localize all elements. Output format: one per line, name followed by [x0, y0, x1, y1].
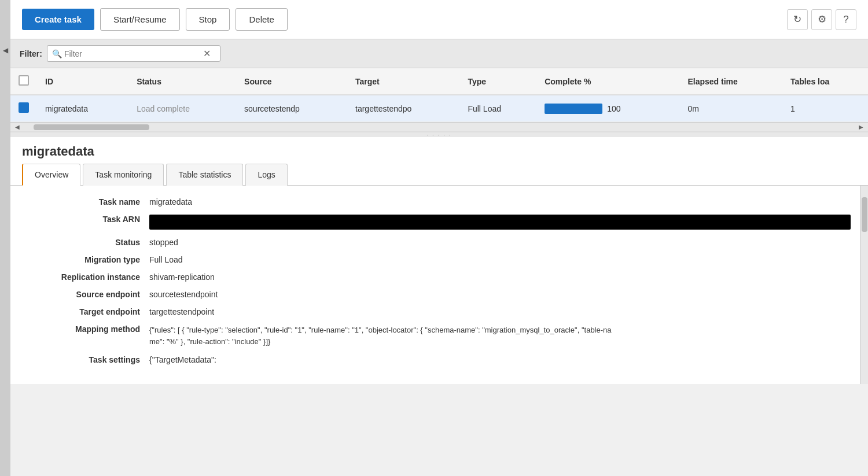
mapping-method-row: Mapping method {"rules": [ { "rule-type"… — [34, 324, 851, 347]
migration-type-value: Full Load — [149, 255, 851, 264]
cell-status: Load complete — [128, 95, 236, 122]
replication-instance-label: Replication instance — [34, 272, 149, 282]
scrollbar-v-thumb[interactable] — [862, 197, 867, 232]
progress-value: 100 — [607, 104, 620, 113]
cell-elapsed: 0m — [679, 95, 782, 122]
target-endpoint-label: Target endpoint — [34, 307, 149, 316]
sidebar-toggle[interactable]: ◀ — [0, 0, 10, 476]
stop-button[interactable]: Stop — [186, 8, 230, 31]
header-checkbox-cell[interactable] — [10, 68, 37, 95]
target-endpoint-value: targettestendpoint — [149, 307, 851, 316]
task-settings-row: Task settings {"TargetMetadata": — [34, 355, 851, 364]
col-header-elapsed: Elapsed time — [679, 68, 782, 95]
settings-icon: ⚙ — [818, 13, 826, 25]
tasks-table-wrapper: ID Status Source Target Type Complete % … — [10, 68, 868, 122]
task-arn-row: Task ARN — [34, 215, 851, 230]
target-endpoint-row: Target endpoint targettestendpoint — [34, 307, 851, 316]
col-header-id: ID — [37, 68, 128, 95]
help-icon: ? — [843, 14, 848, 25]
scroll-right-arrow[interactable]: ▶ — [856, 124, 866, 130]
col-header-type: Type — [459, 68, 536, 95]
col-header-source: Source — [236, 68, 347, 95]
task-settings-value: {"TargetMetadata": — [149, 355, 851, 364]
col-header-complete: Complete % — [536, 68, 679, 95]
detail-title: migratedata — [10, 137, 868, 159]
tab-table-statistics[interactable]: Table statistics — [166, 164, 243, 186]
status-value: stopped — [149, 238, 851, 247]
create-task-button[interactable]: Create task — [22, 9, 94, 30]
task-arn-value — [149, 215, 851, 230]
filter-bar: Filter: 🔍 ✕ — [10, 39, 868, 68]
migration-type-row: Migration type Full Load — [34, 255, 851, 264]
cell-source: sourcetestendp — [236, 95, 347, 122]
filter-clear-button[interactable]: ✕ — [203, 48, 211, 59]
row-checkbox-cell[interactable] — [10, 95, 37, 122]
refresh-button[interactable]: ↻ — [787, 9, 808, 30]
detail-content: Task name migratedata Task ARN Status st… — [10, 186, 868, 384]
detail-panel: · · · · · migratedata Overview Task moni… — [10, 131, 868, 384]
col-header-status: Status — [128, 68, 236, 95]
filter-input[interactable] — [64, 49, 203, 58]
row-checkbox[interactable] — [19, 102, 29, 113]
task-name-value: migratedata — [149, 197, 851, 206]
tasks-table: ID Status Source Target Type Complete % … — [10, 68, 868, 122]
tab-task-monitoring[interactable]: Task monitoring — [83, 164, 164, 186]
scrollbar-thumb[interactable] — [34, 124, 149, 130]
task-name-row: Task name migratedata — [34, 197, 851, 206]
detail-tabs: Overview Task monitoring Table statistic… — [10, 164, 868, 186]
cell-complete: 100 — [536, 95, 679, 122]
source-endpoint-label: Source endpoint — [34, 290, 149, 299]
source-endpoint-value: sourcetestendpoint — [149, 290, 851, 299]
tab-overview[interactable]: Overview — [22, 164, 80, 186]
delete-button[interactable]: Delete — [236, 8, 287, 31]
settings-button[interactable]: ⚙ — [811, 9, 832, 30]
col-header-tables: Tables loa — [782, 68, 868, 95]
cell-tables: 1 — [782, 95, 868, 122]
cell-id: migratedata — [37, 95, 128, 122]
replication-instance-value: shivam-replication — [149, 272, 851, 282]
search-icon: 🔍 — [52, 49, 62, 58]
filter-label: Filter: — [20, 49, 42, 58]
scroll-left-arrow[interactable]: ◀ — [13, 124, 22, 130]
header-checkbox[interactable] — [19, 75, 29, 86]
start-resume-button[interactable]: Start/Resume — [100, 8, 180, 31]
mapping-method-label: Mapping method — [34, 324, 149, 334]
status-row: Status stopped — [34, 238, 851, 247]
task-name-label: Task name — [34, 197, 149, 206]
help-button[interactable]: ? — [836, 9, 856, 30]
cell-target: targettestendpo — [347, 95, 459, 122]
tab-logs[interactable]: Logs — [245, 164, 287, 186]
progress-bar — [545, 104, 602, 114]
refresh-icon: ↻ — [793, 13, 801, 25]
toolbar: Create task Start/Resume Stop Delete ↻ ⚙… — [10, 0, 868, 39]
col-header-target: Target — [347, 68, 459, 95]
vertical-scrollbar[interactable] — [860, 186, 868, 384]
task-settings-label: Task settings — [34, 355, 149, 364]
horizontal-scrollbar[interactable]: ◀ ▶ — [10, 122, 868, 131]
source-endpoint-row: Source endpoint sourcetestendpoint — [34, 290, 851, 299]
cell-type: Full Load — [459, 95, 536, 122]
resize-handle[interactable]: · · · · · — [10, 132, 868, 137]
chevron-left-icon: ◀ — [3, 46, 8, 54]
task-arn-label: Task ARN — [34, 215, 149, 224]
table-header-row: ID Status Source Target Type Complete % … — [10, 68, 868, 95]
mapping-method-value: {"rules": [ { "rule-type": "selection", … — [149, 324, 612, 347]
resize-dots: · · · · · — [426, 132, 451, 138]
filter-input-wrapper: 🔍 ✕ — [47, 45, 220, 62]
table-row[interactable]: migratedata Load complete sourcetestendp… — [10, 95, 868, 122]
replication-instance-row: Replication instance shivam-replication — [34, 272, 851, 282]
status-label: Status — [34, 238, 149, 247]
migration-type-label: Migration type — [34, 255, 149, 264]
